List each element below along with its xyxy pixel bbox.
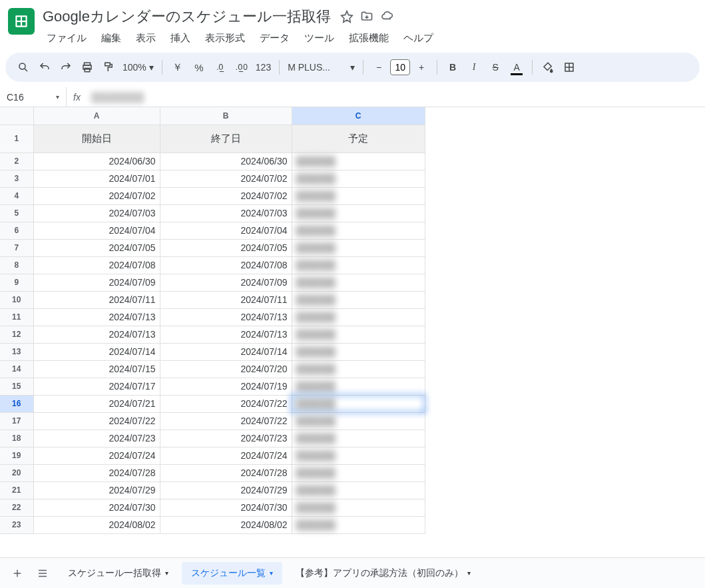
cell[interactable]: 2024/07/11 xyxy=(160,291,292,308)
cell[interactable]: ██████ xyxy=(292,308,425,326)
cell[interactable]: 2024/07/24 xyxy=(160,447,292,464)
cell[interactable]: 2024/07/22 xyxy=(33,412,160,430)
print-icon[interactable] xyxy=(77,57,97,77)
cell[interactable]: 2024/07/20 xyxy=(160,360,292,378)
cell[interactable]: ██████ xyxy=(292,239,425,256)
currency-format-button[interactable]: ￥ xyxy=(168,57,188,77)
cell[interactable]: 予定 xyxy=(292,125,425,152)
increase-font-button[interactable]: + xyxy=(411,57,431,77)
row-header[interactable]: 8 xyxy=(0,256,33,274)
undo-icon[interactable] xyxy=(35,57,55,77)
cell[interactable]: ██████ xyxy=(292,360,425,378)
cell[interactable]: ██████ xyxy=(292,430,425,447)
formula-input[interactable]: ████████ xyxy=(87,92,705,103)
cell[interactable]: ██████ xyxy=(292,222,425,239)
strikethrough-button[interactable]: S xyxy=(485,57,505,77)
cell[interactable]: ██████ xyxy=(292,152,425,170)
decrease-font-button[interactable]: − xyxy=(369,57,389,77)
cell[interactable]: ██████ xyxy=(292,256,425,274)
move-folder-icon[interactable] xyxy=(360,10,373,23)
cell[interactable]: 2024/07/02 xyxy=(160,187,292,204)
cell[interactable]: ██████ xyxy=(292,187,425,204)
add-sheet-button[interactable] xyxy=(8,564,27,583)
cell[interactable]: 2024/07/04 xyxy=(160,222,292,239)
col-header-A[interactable]: A xyxy=(33,107,160,125)
menu-8[interactable]: ヘルプ xyxy=(397,29,440,47)
name-box[interactable]: C16▾ xyxy=(0,87,67,107)
menu-0[interactable]: ファイル xyxy=(40,29,93,47)
decrease-decimal-icon[interactable]: .0̲ xyxy=(210,57,230,77)
cell[interactable]: 2024/06/30 xyxy=(160,152,292,170)
sheet-tab-2[interactable]: 【参考】アプリの承認方法（初回のみ）▾ xyxy=(286,562,480,585)
cell[interactable]: 2024/07/28 xyxy=(33,464,160,481)
cell[interactable]: 2024/07/05 xyxy=(33,239,160,256)
row-header[interactable]: 9 xyxy=(0,274,33,291)
cell[interactable]: 終了日 xyxy=(160,125,292,152)
row-header[interactable]: 6 xyxy=(0,222,33,239)
font-family-dropdown[interactable]: M PLUS...▾ xyxy=(285,62,357,73)
cell[interactable]: ██████ xyxy=(292,170,425,187)
cell[interactable]: 2024/07/15 xyxy=(33,360,160,378)
percent-format-button[interactable]: % xyxy=(189,57,209,77)
row-header[interactable]: 20 xyxy=(0,464,33,481)
cell[interactable]: ██████ xyxy=(292,481,425,499)
row-header[interactable]: 17 xyxy=(0,412,33,430)
cell[interactable]: ██████ xyxy=(292,291,425,308)
cell[interactable]: 2024/07/23 xyxy=(33,430,160,447)
cell[interactable]: 2024/07/14 xyxy=(160,343,292,360)
redo-icon[interactable] xyxy=(56,57,76,77)
cell[interactable]: 2024/07/21 xyxy=(33,395,160,412)
menu-4[interactable]: 表示形式 xyxy=(198,29,252,47)
cell[interactable]: ██████ xyxy=(292,378,425,395)
row-header[interactable]: 5 xyxy=(0,204,33,222)
cell[interactable]: 2024/07/14 xyxy=(33,343,160,360)
col-header-B[interactable]: B xyxy=(160,107,292,125)
cell[interactable]: 2024/07/02 xyxy=(160,170,292,187)
cell[interactable]: 2024/07/13 xyxy=(160,326,292,343)
cell[interactable]: 2024/07/04 xyxy=(33,222,160,239)
cell[interactable]: 2024/07/23 xyxy=(160,430,292,447)
fill-color-button[interactable] xyxy=(538,57,558,77)
cell[interactable]: 2024/07/22 xyxy=(160,412,292,430)
row-header[interactable]: 23 xyxy=(0,516,33,533)
row-header[interactable]: 12 xyxy=(0,326,33,343)
row-header[interactable]: 10 xyxy=(0,291,33,308)
cell[interactable]: 2024/07/30 xyxy=(33,499,160,516)
cell[interactable]: 2024/07/13 xyxy=(33,326,160,343)
row-header[interactable]: 7 xyxy=(0,239,33,256)
cell[interactable]: ██████ xyxy=(292,326,425,343)
menu-7[interactable]: 拡張機能 xyxy=(342,29,395,47)
row-header[interactable]: 16 xyxy=(0,395,33,412)
cell[interactable]: ██████ xyxy=(292,447,425,464)
cell[interactable]: ██████ xyxy=(292,412,425,430)
cell[interactable]: ██████ xyxy=(292,395,425,412)
row-header[interactable]: 15 xyxy=(0,378,33,395)
cell[interactable]: ██████ xyxy=(292,204,425,222)
star-icon[interactable] xyxy=(340,10,353,23)
row-header[interactable]: 3 xyxy=(0,170,33,187)
borders-button[interactable] xyxy=(559,57,579,77)
menu-1[interactable]: 編集 xyxy=(95,29,128,47)
menu-5[interactable]: データ xyxy=(253,29,296,47)
increase-decimal-icon[interactable]: .0̲0 xyxy=(232,57,252,77)
cell[interactable]: 2024/07/09 xyxy=(33,274,160,291)
cell[interactable]: 2024/07/01 xyxy=(33,170,160,187)
number-format-button[interactable]: 123 xyxy=(253,62,274,73)
zoom-dropdown[interactable]: 100%▾ xyxy=(120,62,156,73)
sheet-tab-0[interactable]: スケジュール一括取得▾ xyxy=(59,562,178,585)
cell[interactable]: 2024/07/03 xyxy=(160,204,292,222)
cell[interactable]: 2024/07/03 xyxy=(33,204,160,222)
cell[interactable]: 2024/07/30 xyxy=(160,499,292,516)
cell[interactable]: 2024/07/13 xyxy=(33,308,160,326)
font-size-input[interactable] xyxy=(390,59,410,75)
search-icon[interactable] xyxy=(13,57,33,77)
cell[interactable]: 2024/07/11 xyxy=(33,291,160,308)
cell[interactable]: 2024/07/08 xyxy=(160,256,292,274)
cell[interactable]: 2024/07/02 xyxy=(33,187,160,204)
cell[interactable]: 2024/07/08 xyxy=(33,256,160,274)
menu-2[interactable]: 表示 xyxy=(129,29,162,47)
row-header[interactable]: 4 xyxy=(0,187,33,204)
row-header[interactable]: 21 xyxy=(0,481,33,499)
cell[interactable]: ██████ xyxy=(292,464,425,481)
cell[interactable]: 2024/07/28 xyxy=(160,464,292,481)
